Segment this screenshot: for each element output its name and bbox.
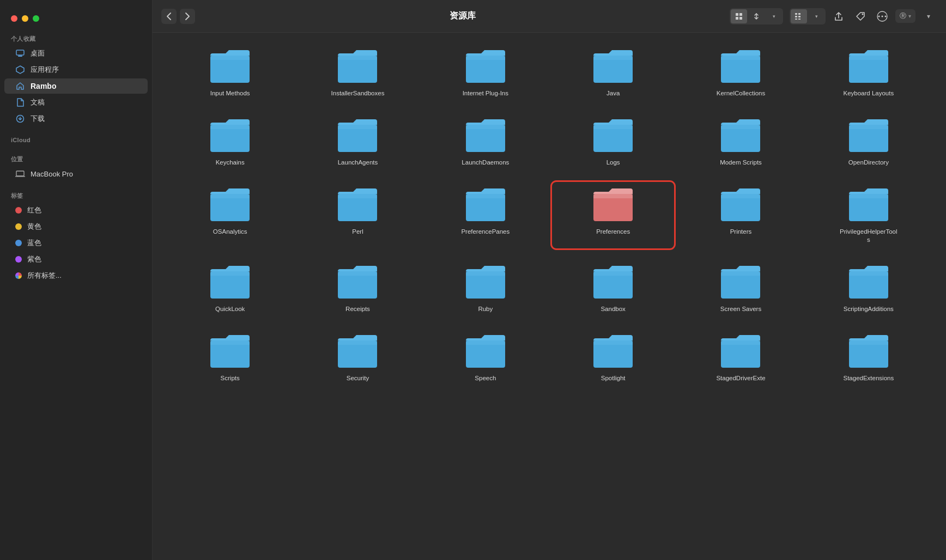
sidebar-item-label-downloads: 下载 <box>31 114 45 124</box>
folder-item-scripts[interactable]: Scripts <box>169 328 291 387</box>
folder-item-preference-panes[interactable]: PreferencePanes <box>425 182 547 248</box>
folder-label-internet-plug-ins: Internet Plug-Ins <box>463 89 508 98</box>
forward-button[interactable] <box>180 9 195 24</box>
svg-rect-45 <box>210 194 250 198</box>
folder-label-ruby: Ruby <box>478 305 493 313</box>
folder-item-internet-plug-ins[interactable]: Internet Plug-Ins <box>425 44 547 102</box>
svg-rect-73 <box>466 340 505 345</box>
folder-item-osanalytics[interactable]: OSAnalytics <box>169 182 291 248</box>
folder-icon-perl <box>336 186 379 223</box>
sidebar-item-downloads[interactable]: 下载 <box>4 111 148 126</box>
folder-item-staged-extensions[interactable]: StagedExtensions <box>808 328 930 387</box>
folder-item-quicklook[interactable]: QuickLook <box>169 259 291 318</box>
folder-item-ruby[interactable]: Ruby <box>425 259 547 318</box>
folder-item-perl[interactable]: Perl <box>296 182 419 248</box>
svg-rect-25 <box>466 56 505 60</box>
folder-item-staged-driver-exte[interactable]: StagedDriverExte <box>680 328 802 387</box>
folder-item-scripting-additions[interactable]: ScriptingAdditions <box>808 259 930 318</box>
folder-item-preferences[interactable]: Preferences <box>552 182 674 248</box>
folder-item-logs[interactable]: Logs <box>552 113 674 171</box>
icloud-section-label: iCloud <box>0 132 152 145</box>
back-button[interactable] <box>161 9 177 24</box>
sidebar-item-rambo[interactable]: Rambo <box>4 78 148 94</box>
sidebar-item-tag-red[interactable]: 红色 <box>4 203 148 218</box>
folder-label-preference-panes: PreferencePanes <box>461 228 510 236</box>
folder-label-keyboard-layouts: Keyboard Layouts <box>843 89 894 98</box>
folder-item-keyboard-layouts[interactable]: Keyboard Layouts <box>808 44 930 102</box>
apps-icon <box>15 65 25 75</box>
grouped-chevron[interactable]: ▾ <box>808 9 824 23</box>
tag-dot-yellow <box>15 223 22 230</box>
svg-rect-63 <box>593 271 633 276</box>
sidebar-item-label-all: 所有标签... <box>27 271 62 281</box>
folder-icon-launch-daemons <box>464 117 507 154</box>
folder-icon-launch-agents <box>336 117 379 154</box>
r-tag-button[interactable]: Ⓡ ▾ <box>895 9 915 23</box>
folder-label-sandbox: Sandbox <box>601 305 625 313</box>
folder-item-speech[interactable]: Speech <box>425 328 547 387</box>
sidebar-item-label-yellow: 黄色 <box>27 222 41 232</box>
folder-label-perl: Perl <box>352 228 363 236</box>
svg-point-18 <box>885 15 887 17</box>
svg-rect-67 <box>849 271 888 276</box>
macbook-icon <box>15 169 25 179</box>
svg-rect-1 <box>18 56 22 57</box>
svg-rect-49 <box>466 194 505 198</box>
sidebar-item-documents[interactable]: 文稿 <box>4 95 148 110</box>
tag-dot-red <box>15 207 22 214</box>
chevron-down-small[interactable]: ▾ <box>766 9 782 23</box>
r-tag-label: Ⓡ <box>900 11 906 21</box>
folder-label-quicklook: QuickLook <box>215 305 245 313</box>
svg-rect-0 <box>16 50 24 55</box>
folder-item-open-directory[interactable]: OpenDirectory <box>808 113 930 171</box>
folder-item-printers[interactable]: Printers <box>680 182 802 248</box>
sidebar-item-desktop[interactable]: 桌面 <box>4 46 148 61</box>
folder-icon-input-methods <box>208 48 252 85</box>
folder-item-spotlight[interactable]: Spotlight <box>552 328 674 387</box>
folder-item-receipts[interactable]: Receipts <box>296 259 419 318</box>
sidebar-item-tag-blue[interactable]: 蓝色 <box>4 235 148 251</box>
more-button[interactable] <box>874 8 891 25</box>
svg-rect-43 <box>849 125 888 129</box>
folder-item-input-methods[interactable]: Input Methods <box>169 44 291 102</box>
folder-item-launch-daemons[interactable]: LaunchDaemons <box>425 113 547 171</box>
svg-rect-8 <box>739 17 742 20</box>
folder-item-keychains[interactable]: Keychains <box>169 113 291 171</box>
folder-item-launch-agents[interactable]: LaunchAgents <box>296 113 419 171</box>
tag-button[interactable] <box>852 8 869 25</box>
grouped-view-button[interactable] <box>791 9 807 23</box>
svg-rect-6 <box>739 13 742 16</box>
folder-item-privileged-helper-tools[interactable]: PrivilegedHelperTools <box>808 182 930 248</box>
folder-icon-privileged-helper-tools <box>847 186 890 223</box>
sidebar-toggle-button[interactable]: ▾ <box>920 8 937 25</box>
svg-rect-65 <box>721 271 760 276</box>
sidebar-item-macbook[interactable]: MacBook Pro <box>4 166 148 181</box>
folder-item-installer-sandboxes[interactable]: InstallerSandboxes <box>296 44 419 102</box>
sidebar-item-tag-all[interactable]: 所有标签... <box>4 268 148 283</box>
sidebar-item-label-rambo: Rambo <box>31 82 56 90</box>
downloads-icon <box>15 114 25 124</box>
folder-label-scripting-additions: ScriptingAdditions <box>844 305 894 313</box>
folder-item-security[interactable]: Security <box>296 328 419 387</box>
documents-icon <box>15 98 25 107</box>
sort-button[interactable] <box>748 9 765 23</box>
sidebar-item-tag-purple[interactable]: 紫色 <box>4 252 148 267</box>
minimize-button[interactable] <box>22 15 28 22</box>
maximize-button[interactable] <box>33 15 39 22</box>
svg-rect-61 <box>466 271 505 276</box>
share-button[interactable] <box>830 8 847 25</box>
folder-item-kernel-collections[interactable]: KernelCollections <box>680 44 802 102</box>
folder-label-security: Security <box>347 374 369 382</box>
folder-label-osanalytics: OSAnalytics <box>213 228 247 236</box>
svg-rect-59 <box>338 271 377 276</box>
close-button[interactable] <box>11 15 17 22</box>
folder-item-java[interactable]: Java <box>552 44 674 102</box>
sidebar-item-tag-yellow[interactable]: 黄色 <box>4 219 148 234</box>
svg-rect-47 <box>338 194 377 198</box>
folder-item-screen-savers[interactable]: Screen Savers <box>680 259 802 318</box>
folder-item-sandbox[interactable]: Sandbox <box>552 259 674 318</box>
folder-item-modem-scripts[interactable]: Modem Scripts <box>680 113 802 171</box>
main-content: 资源库 ▾ ▾ <box>153 0 946 560</box>
grid-view-button[interactable] <box>731 9 747 23</box>
sidebar-item-apps[interactable]: 应用程序 <box>4 62 148 77</box>
